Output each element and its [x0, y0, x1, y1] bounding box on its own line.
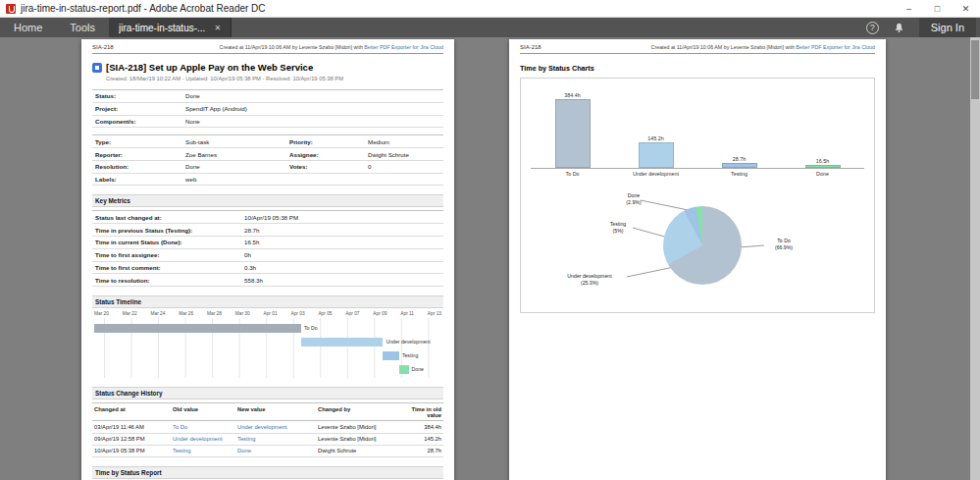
adobe-reader-icon	[6, 4, 16, 14]
field-value: Done	[182, 160, 286, 173]
axis-tick: Apr 05	[318, 311, 332, 316]
cell-changed-at: 10/Apr/19 05:38 PM	[92, 445, 171, 456]
cell-changed-by: Levente Szabo [Midori]	[316, 433, 406, 445]
table-row: 09/Apr/19 12:58 PM Under development Tes…	[92, 433, 443, 445]
timeline-bar-label: Under development	[386, 339, 430, 345]
axis-tick: Apr 03	[290, 311, 304, 316]
bar-chart-plot-area: 384.4h 145.2h 28.7h 16.5h	[531, 86, 864, 169]
created-at-line: Created at 11/Apr/19 10:06 AM by Levente…	[220, 44, 443, 50]
field-label: Labels:	[92, 173, 182, 186]
maximize-button[interactable]: □	[923, 0, 952, 17]
timeline-row: To Do	[92, 321, 443, 335]
field-label: Priority:	[286, 135, 365, 148]
bar-under-development	[639, 142, 674, 168]
pie-chart	[663, 206, 742, 285]
time-by-status-pie-chart: Done (2.9%) Testing (5%) Under developme…	[531, 188, 864, 304]
bar-value-label: 384.4h	[564, 92, 581, 98]
timeline-row: Under development	[92, 335, 443, 348]
document-tab[interactable]: jira-time-in-status-... ✕	[109, 18, 232, 37]
field-value: None	[182, 115, 443, 128]
sign-in-button[interactable]: Sign In	[919, 18, 976, 37]
section-status-change-history: Status Change History	[92, 387, 443, 400]
help-icon[interactable]: ?	[866, 22, 879, 34]
timeline-bar-label: Done	[412, 366, 424, 372]
metric-label: Time in current Status (Done):	[92, 237, 241, 249]
vertical-scrollbar[interactable]	[970, 37, 980, 480]
section-status-timeline: Status Timeline	[92, 295, 443, 308]
window-controls: – □ ✕	[895, 0, 980, 17]
metric-value: 28.7h	[241, 224, 443, 237]
table-row: 10/Apr/19 05:38 PM Testing Done Dwight S…	[92, 445, 443, 456]
created-at-line: Created at 11/Apr/19 10:06 AM by Levente…	[651, 44, 875, 50]
issue-title-row: [SIA-218] Set up Apple Pay on the Web Se…	[92, 62, 443, 73]
tab-bar: Home Tools jira-time-in-status-... ✕ ? S…	[0, 18, 980, 37]
pie-label-done: Done (2.9%)	[613, 192, 654, 206]
bell-icon[interactable]	[893, 22, 905, 34]
table-row: Time to resolution: 558.3h	[92, 274, 443, 287]
column-header: New value	[235, 403, 316, 421]
section-key-metrics: Key Metrics	[92, 194, 443, 207]
scrollbar-thumb[interactable]	[971, 40, 979, 99]
column-header: Changed by	[316, 403, 406, 421]
field-value: Zoe Barnes	[182, 148, 286, 161]
charts-container: 384.4h 145.2h 28.7h 16.5h	[520, 78, 875, 313]
field-label: Component/s:	[92, 115, 182, 128]
field-label: Project:	[92, 102, 182, 115]
pdf-page-header: SIA-218 Created at 11/Apr/19 10:06 AM by…	[520, 44, 875, 54]
table-row: Labels: web	[92, 173, 443, 186]
table-row: Type: Sub-task Priority: Medium	[92, 135, 443, 148]
tab-bar-right: ? Sign In	[866, 18, 980, 37]
table-row: Status: Done	[92, 90, 443, 103]
metric-value: 16.5h	[241, 237, 443, 249]
acrobat-window: jira-time-in-status-report.pdf - Adobe A…	[0, 0, 980, 480]
exporter-link[interactable]: Better PDF Exporter for Jira Cloud	[364, 44, 443, 50]
field-value	[365, 173, 443, 186]
cell-new-value[interactable]: Testing	[235, 433, 316, 445]
cell-old-value[interactable]: To Do	[171, 421, 235, 433]
bar-done	[805, 165, 841, 168]
pie-label-under-development: Under development (25.3%)	[550, 273, 629, 287]
tab-tools[interactable]: Tools	[56, 18, 109, 37]
pie-label-name: Done	[628, 192, 640, 198]
tab-close-icon[interactable]: ✕	[214, 24, 221, 32]
minimize-button[interactable]: –	[895, 0, 923, 17]
cell-changed-by: Levente Szabo [Midori]	[316, 421, 406, 433]
issue-key: SIA-218	[92, 44, 114, 50]
tab-home[interactable]: Home	[0, 18, 56, 37]
document-area: SIA-218 Created at 11/Apr/19 10:06 AM by…	[0, 37, 980, 480]
pdf-page-header: SIA-218 Created at 11/Apr/19 10:06 AM by…	[92, 44, 443, 54]
exporter-link[interactable]: Better PDF Exporter for Jira Cloud	[796, 44, 875, 50]
field-value: web	[182, 173, 286, 186]
cell-new-value[interactable]: Under development	[235, 421, 316, 433]
issue-title: [SIA-218] Set up Apple Pay on the Web Se…	[106, 62, 313, 73]
cell-old-value[interactable]: Testing	[171, 445, 235, 456]
bar-to-do	[555, 99, 591, 168]
timeline-bar-to-do	[94, 324, 301, 333]
time-by-status-bar-chart: 384.4h 145.2h 28.7h 16.5h	[531, 86, 864, 177]
bar-value-label: 145.2h	[647, 135, 664, 141]
timeline-body: To Do Under development Testing Done	[92, 318, 443, 378]
cell-old-value[interactable]: Under development	[171, 433, 235, 445]
table-row: Project: SpendIT App (Android)	[92, 102, 443, 115]
cell-new-value[interactable]: Done	[235, 445, 316, 456]
pie-label-to-do: To Do (66.9%)	[762, 238, 805, 251]
column-header: Changed at	[92, 403, 171, 421]
cell-changed-by: Dwight Schrute	[316, 445, 406, 456]
table-row: Reporter: Zoe Barnes Assignee: Dwight Sc…	[92, 148, 443, 161]
pie-label-name: Testing	[610, 221, 626, 227]
issue-key: SIA-218	[520, 44, 542, 50]
table-row: 03/Apr/19 11:46 AM To Do Under developme…	[92, 421, 443, 433]
title-bar: jira-time-in-status-report.pdf - Adobe A…	[0, 0, 980, 18]
pie-label-name: Under development	[567, 273, 611, 279]
field-value: Sub-task	[182, 135, 286, 148]
x-label: Testing	[697, 171, 781, 177]
axis-tick: Mar 30	[235, 311, 250, 316]
table-row: Component/s: None	[92, 115, 443, 128]
axis-tick: Mar 26	[179, 311, 193, 316]
bar-testing	[722, 163, 757, 168]
cell-time-in-old-value: 28.7h	[406, 445, 443, 456]
table-row: Resolution: Done Votes: 0	[92, 160, 443, 173]
field-value: 0	[365, 160, 443, 173]
close-button[interactable]: ✕	[952, 0, 980, 17]
axis-tick: Apr 09	[373, 311, 387, 316]
